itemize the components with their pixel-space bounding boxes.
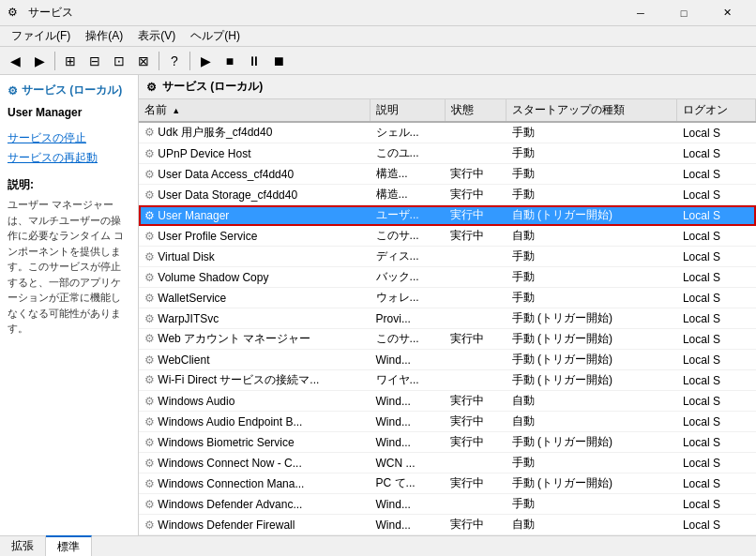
- tab-extended[interactable]: 拡張: [0, 536, 46, 556]
- service-logon-cell: Local S: [677, 391, 756, 412]
- toolbar-btn-4[interactable]: ⊠: [132, 50, 155, 72]
- service-gear-icon: ⚙: [144, 147, 155, 160]
- table-row[interactable]: ⚙ UPnP Device Hostこのユ...手動Local S: [139, 143, 756, 164]
- restart-service-link[interactable]: サービスの再起動: [8, 150, 130, 166]
- service-logon-cell: Local S: [677, 350, 756, 370]
- table-row[interactable]: ⚙ Wi-Fi Direct サービスの接続マ...ワイヤ...手動 (トリガー…: [139, 370, 756, 391]
- service-logon-cell: Local S: [677, 494, 756, 515]
- service-name-cell: ⚙ Volume Shadow Copy: [139, 267, 370, 288]
- table-row[interactable]: ⚙ WarpJITSvcProvi...手動 (トリガー開始)Local S: [139, 308, 756, 329]
- service-name-cell: ⚙ WebClient: [139, 350, 370, 370]
- stop-button[interactable]: ■: [219, 50, 241, 72]
- service-status-cell: [445, 288, 507, 308]
- table-row[interactable]: ⚙ User Managerユーザ...実行中自動 (トリガー開始)Local …: [139, 205, 756, 226]
- right-header-text: サービス (ローカル): [162, 79, 263, 95]
- services-table-container[interactable]: 名前 ▲ 説明 状態 スタートアップの種類 ログオン: [139, 99, 756, 535]
- service-logon-cell: Local S: [677, 473, 756, 494]
- service-logon-cell: Local S: [677, 535, 756, 536]
- menu-item-表示(V)[interactable]: 表示(V): [130, 26, 183, 46]
- col-status[interactable]: 状態: [445, 99, 507, 122]
- toolbar-separator-3: [189, 52, 190, 70]
- service-logon-cell: Local S: [677, 226, 756, 247]
- restart-button[interactable]: ⏹: [267, 50, 290, 72]
- toolbar-btn-1[interactable]: ⊞: [59, 50, 82, 72]
- stop-service-link[interactable]: サービスの停止: [8, 130, 130, 146]
- tab-standard[interactable]: 標準: [46, 535, 92, 556]
- table-row[interactable]: ⚙ Windows Biometric ServiceWind...実行中手動 …: [139, 432, 756, 453]
- help-button[interactable]: ?: [163, 50, 186, 72]
- service-name-cell: ⚙ Udk 用户服务_cf4dd40: [139, 122, 370, 143]
- toolbar-separator-2: [159, 52, 159, 70]
- service-desc-cell: Wind...: [370, 515, 445, 535]
- service-gear-icon: ⚙: [144, 353, 155, 367]
- table-row[interactable]: ⚙ Windows AudioWind...実行中自動Local S: [139, 391, 756, 412]
- service-desc-cell: Wind...: [370, 535, 445, 536]
- menu-item-ヘルプ(H)[interactable]: ヘルプ(H): [183, 26, 248, 46]
- table-row[interactable]: ⚙ WebClientWind...手動 (トリガー開始)Local S: [139, 350, 756, 370]
- table-row[interactable]: ⚙ Windows Audio Endpoint B...Wind...実行中自…: [139, 412, 756, 432]
- service-startup-cell: 自動: [507, 515, 677, 535]
- service-logon-cell: Local S: [677, 370, 756, 391]
- pause-button[interactable]: ⏸: [243, 50, 265, 72]
- service-status-cell: [445, 267, 507, 288]
- table-row[interactable]: ⚙ Windows Encryption Provid...Wind...手動 …: [139, 535, 756, 536]
- toolbar: ◀ ▶ ⊞ ⊟ ⊡ ⊠ ? ▶ ■ ⏸ ⏹: [0, 47, 756, 75]
- service-status-cell: [445, 494, 507, 515]
- table-row[interactable]: ⚙ Windows Defender Advanc...Wind...手動Loc…: [139, 494, 756, 515]
- service-gear-icon: ⚙: [144, 188, 155, 202]
- forward-button[interactable]: ▶: [28, 50, 51, 72]
- close-button[interactable]: ✕: [705, 0, 748, 26]
- service-gear-icon: ⚙: [144, 126, 155, 139]
- service-name-cell: ⚙ User Manager: [139, 205, 370, 226]
- service-action-links: サービスの停止 サービスの再起動: [8, 130, 130, 166]
- table-row[interactable]: ⚙ Udk 用户服务_cf4dd40シェル...手動Local S: [139, 122, 756, 143]
- maximize-button[interactable]: □: [662, 0, 705, 26]
- service-status-cell: 実行中: [445, 432, 507, 453]
- toolbar-btn-2[interactable]: ⊟: [83, 50, 106, 72]
- table-row[interactable]: ⚙ User Data Access_cf4dd40構造...実行中手動Loca…: [139, 164, 756, 185]
- service-name-cell: ⚙ Windows Encryption Provid...: [139, 535, 370, 536]
- table-row[interactable]: ⚙ Virtual Diskディス...手動Local S: [139, 247, 756, 267]
- service-startup-cell: 手動: [507, 122, 677, 143]
- minimize-button[interactable]: ─: [619, 0, 662, 26]
- menu-item-操作(A)[interactable]: 操作(A): [78, 26, 130, 46]
- service-logon-cell: Local S: [677, 432, 756, 453]
- col-desc[interactable]: 説明: [370, 99, 445, 122]
- table-row[interactable]: ⚙ User Data Storage_cf4dd40構造...実行中手動Loc…: [139, 185, 756, 205]
- service-desc-cell: Wind...: [370, 391, 445, 412]
- toolbar-btn-3[interactable]: ⊡: [108, 50, 130, 72]
- table-row[interactable]: ⚙ Windows Connection Mana...PC て...実行中手動…: [139, 473, 756, 494]
- service-desc-cell: ディス...: [370, 247, 445, 267]
- service-status-cell: [445, 350, 507, 370]
- table-row[interactable]: ⚙ Windows Defender FirewallWind...実行中自動L…: [139, 515, 756, 535]
- table-row[interactable]: ⚙ User Profile Serviceこのサ...実行中自動Local S: [139, 226, 756, 247]
- service-startup-cell: 自動: [507, 226, 677, 247]
- service-status-cell: 実行中: [445, 473, 507, 494]
- service-status-cell: 実行中: [445, 391, 507, 412]
- play-button[interactable]: ▶: [194, 50, 217, 72]
- col-startup[interactable]: スタートアップの種類: [507, 99, 677, 122]
- back-button[interactable]: ◀: [4, 50, 26, 72]
- service-name-cell: ⚙ User Data Storage_cf4dd40: [139, 185, 370, 205]
- window-title: サービス: [28, 5, 619, 21]
- service-name-cell: ⚙ Windows Audio Endpoint B...: [139, 412, 370, 432]
- service-logon-cell: Local S: [677, 515, 756, 535]
- table-row[interactable]: ⚙ Web アカウント マネージャーこのサ...実行中手動 (トリガー開始)Lo…: [139, 329, 756, 350]
- service-startup-cell: 手動 (トリガー開始): [507, 350, 677, 370]
- service-startup-cell: 手動 (トリガー開始): [507, 432, 677, 453]
- table-row[interactable]: ⚙ Volume Shadow Copyバック...手動Local S: [139, 267, 756, 288]
- service-startup-cell: 手動: [507, 494, 677, 515]
- col-name[interactable]: 名前 ▲: [139, 99, 370, 122]
- service-name-cell: ⚙ Web アカウント マネージャー: [139, 329, 370, 350]
- service-gear-icon: ⚙: [144, 457, 155, 470]
- col-logon[interactable]: ログオン: [677, 99, 756, 122]
- service-desc-cell: このユ...: [370, 143, 445, 164]
- service-status-cell: [445, 247, 507, 267]
- service-desc-cell: Wind...: [370, 494, 445, 515]
- service-gear-icon: ⚙: [144, 209, 155, 222]
- table-row[interactable]: ⚙ Windows Connect Now - C...WCN ...手動Loc…: [139, 453, 756, 473]
- table-row[interactable]: ⚙ WalletServiceウォレ...手動Local S: [139, 288, 756, 308]
- menu-item-ファイル(F)[interactable]: ファイル(F): [4, 26, 78, 46]
- service-gear-icon: ⚙: [144, 292, 155, 305]
- service-name-cell: ⚙ Windows Defender Firewall: [139, 515, 370, 535]
